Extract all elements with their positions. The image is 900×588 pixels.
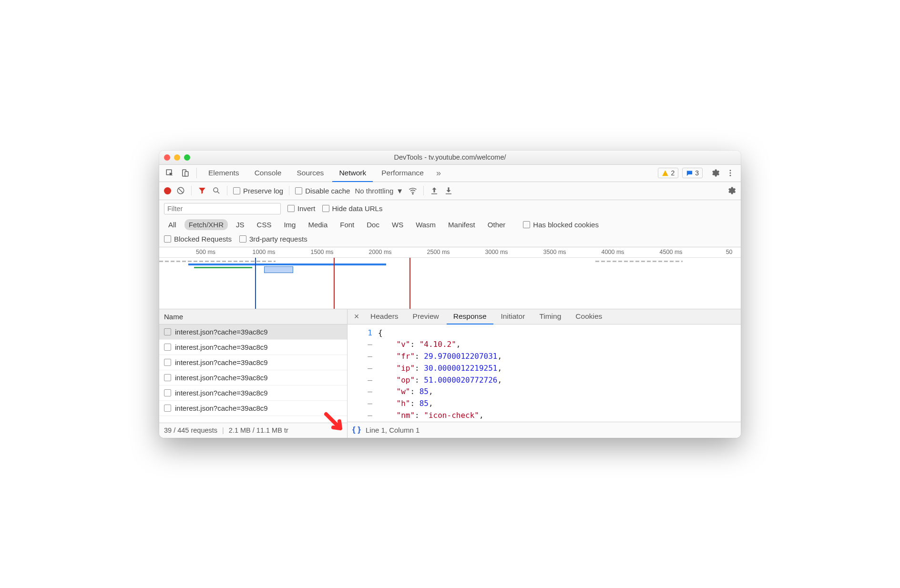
tick-label: 1000 ms (253, 249, 276, 255)
tab-performance[interactable]: Performance (375, 164, 430, 182)
line-gutter: 1 – – – – – – – – (348, 324, 376, 422)
tab-sources[interactable]: Sources (290, 164, 331, 182)
kebab-menu-icon[interactable] (724, 166, 737, 180)
download-icon[interactable] (444, 186, 453, 195)
network-settings-icon[interactable] (726, 186, 736, 195)
timeline-overview[interactable]: 500 ms 1000 ms 1500 ms 2000 ms 2500 ms 3… (159, 247, 741, 309)
devtools-window: DevTools - tv.youtube.com/welcome/ Eleme… (159, 151, 741, 438)
record-button[interactable] (164, 187, 171, 194)
request-name: interest.json?cache=39ac8c9 (175, 358, 268, 366)
settings-icon[interactable] (708, 166, 722, 180)
response-pane: × Headers Preview Response Initiator Tim… (348, 309, 741, 438)
type-img[interactable]: Img (279, 219, 300, 230)
request-list-pane: Name interest.json?cache=39ac8c9 interes… (159, 309, 348, 438)
network-conditions-icon[interactable] (408, 186, 418, 195)
throttling-select[interactable]: No throttling ▼ (355, 187, 403, 195)
tab-response[interactable]: Response (447, 309, 493, 324)
request-list[interactable]: interest.json?cache=39ac8c9 interest.jso… (159, 324, 347, 423)
preserve-log-label: Preserve log (243, 187, 283, 195)
file-icon (164, 374, 171, 381)
warnings-count: 2 (671, 169, 675, 177)
tab-console[interactable]: Console (248, 164, 288, 182)
minimize-window-button[interactable] (174, 154, 180, 161)
file-icon (164, 359, 171, 366)
response-body[interactable]: 1 – – – – – – – – { "v": "4.10.2", "fr":… (348, 324, 741, 422)
file-icon (164, 389, 171, 396)
hide-data-urls-checkbox[interactable]: Hide data URLs (322, 204, 383, 213)
request-summary: 39 / 445 requests | 2.1 MB / 11.1 MB tr (159, 423, 347, 438)
tick-label: 1500 ms (311, 249, 334, 255)
response-source: { "v": "4.10.2", "fr": 29.9700012207031,… (376, 324, 741, 422)
tick-label: 500 ms (196, 249, 215, 255)
warnings-badge[interactable]: 2 (658, 168, 678, 178)
tab-initiator[interactable]: Initiator (494, 309, 532, 324)
titlebar: DevTools - tv.youtube.com/welcome/ (159, 151, 741, 165)
request-row[interactable]: interest.json?cache=39ac8c9 (159, 324, 347, 340)
file-icon (164, 405, 171, 412)
pretty-print-button[interactable]: { } (352, 425, 361, 435)
type-ws[interactable]: WS (388, 219, 408, 230)
clear-icon[interactable] (176, 186, 185, 195)
request-name: interest.json?cache=39ac8c9 (175, 404, 268, 412)
has-blocked-cookies-checkbox[interactable]: Has blocked cookies (523, 221, 599, 229)
close-window-button[interactable] (164, 154, 170, 161)
resource-type-filter: All Fetch/XHR JS CSS Img Media Font Doc … (159, 217, 741, 233)
tick-label: 50 (726, 249, 733, 255)
request-row[interactable]: interest.json?cache=39ac8c9 (159, 385, 347, 401)
filter-input[interactable] (164, 203, 281, 214)
has-blocked-cookies-label: Has blocked cookies (533, 221, 599, 229)
type-doc[interactable]: Doc (362, 219, 384, 230)
file-icon (164, 328, 171, 335)
request-list-header[interactable]: Name (159, 309, 347, 324)
tab-cookies[interactable]: Cookies (569, 309, 609, 324)
filter-icon[interactable] (197, 186, 207, 195)
type-js[interactable]: JS (232, 219, 249, 230)
disable-cache-label: Disable cache (305, 187, 350, 195)
tab-headers[interactable]: Headers (364, 309, 405, 324)
svg-point-8 (412, 193, 413, 194)
type-manifest[interactable]: Manifest (444, 219, 480, 230)
inspect-element-icon[interactable] (163, 166, 176, 180)
blocked-requests-label: Blocked Requests (174, 235, 232, 243)
type-font[interactable]: Font (336, 219, 358, 230)
type-all[interactable]: All (164, 219, 181, 230)
type-wasm[interactable]: Wasm (411, 219, 440, 230)
preserve-log-checkbox[interactable]: Preserve log (233, 187, 283, 195)
close-details-button[interactable]: × (350, 312, 363, 322)
blocked-requests-checkbox[interactable]: Blocked Requests (164, 235, 232, 243)
upload-icon[interactable] (430, 186, 439, 195)
device-toggle-icon[interactable] (178, 166, 192, 180)
window-title: DevTools - tv.youtube.com/welcome/ (164, 153, 736, 161)
invert-checkbox[interactable]: Invert (287, 204, 316, 213)
request-name: interest.json?cache=39ac8c9 (175, 389, 268, 397)
type-other[interactable]: Other (483, 219, 510, 230)
search-icon[interactable] (212, 186, 221, 195)
tab-preview[interactable]: Preview (406, 309, 446, 324)
tab-network[interactable]: Network (332, 165, 373, 182)
request-row[interactable]: interest.json?cache=39ac8c9 (159, 370, 347, 385)
messages-badge[interactable]: 3 (682, 168, 703, 178)
network-split: Name interest.json?cache=39ac8c9 interes… (159, 309, 741, 438)
type-css[interactable]: CSS (253, 219, 276, 230)
svg-point-7 (214, 188, 218, 192)
tick-label: 2000 ms (369, 249, 392, 255)
tick-label: 3500 ms (543, 249, 566, 255)
tick-label: 4000 ms (602, 249, 624, 255)
tab-timing[interactable]: Timing (532, 309, 568, 324)
zoom-window-button[interactable] (184, 154, 190, 161)
traffic-lights (164, 154, 190, 161)
disable-cache-checkbox[interactable]: Disable cache (295, 187, 350, 195)
request-row[interactable]: interest.json?cache=39ac8c9 (159, 401, 347, 416)
request-row[interactable]: interest.json?cache=39ac8c9 (159, 340, 347, 355)
invert-label: Invert (297, 204, 316, 213)
request-row[interactable]: interest.json?cache=39ac8c9 (159, 355, 347, 370)
third-party-checkbox[interactable]: 3rd-party requests (239, 235, 307, 243)
type-fetch-xhr[interactable]: Fetch/XHR (184, 219, 228, 230)
more-tabs-button[interactable]: » (432, 168, 445, 178)
svg-point-5 (730, 175, 731, 176)
network-toolbar: Preserve log Disable cache No throttling… (159, 182, 741, 200)
request-name: interest.json?cache=39ac8c9 (175, 343, 268, 351)
type-media[interactable]: Media (304, 219, 332, 230)
third-party-label: 3rd-party requests (249, 235, 307, 243)
tab-elements[interactable]: Elements (202, 164, 246, 182)
